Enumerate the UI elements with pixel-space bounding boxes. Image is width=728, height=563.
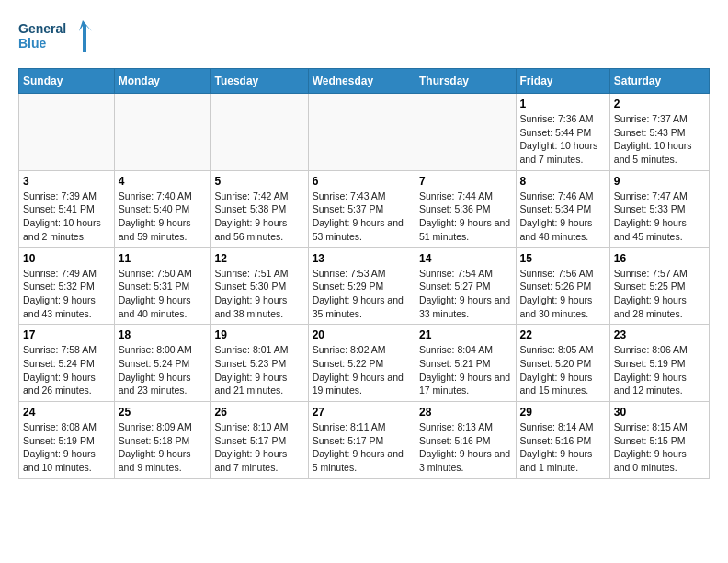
calendar-cell: 22Sunrise: 8:05 AMSunset: 5:20 PMDayligh…: [516, 325, 609, 402]
day-number: 21: [419, 328, 512, 341]
day-info: Sunrise: 8:01 AMSunset: 5:23 PMDaylight:…: [215, 343, 304, 397]
day-info: Sunrise: 7:46 AMSunset: 5:34 PMDaylight:…: [520, 190, 606, 244]
day-info: Sunrise: 8:15 AMSunset: 5:15 PMDaylight:…: [614, 420, 705, 475]
calendar-cell: 19Sunrise: 8:01 AMSunset: 5:23 PMDayligh…: [210, 325, 308, 402]
calendar-cell: 30Sunrise: 8:15 AMSunset: 5:15 PMDayligh…: [609, 402, 709, 479]
logo-svg: General Blue: [18, 18, 92, 57]
calendar-cell: 20Sunrise: 8:02 AMSunset: 5:22 PMDayligh…: [308, 325, 415, 402]
day-number: 27: [313, 406, 411, 419]
calendar-cell: 16Sunrise: 7:57 AMSunset: 5:25 PMDayligh…: [609, 247, 709, 325]
day-number: 9: [614, 175, 705, 188]
day-header-tuesday: Tuesday: [210, 69, 308, 94]
calendar-cell: 7Sunrise: 7:44 AMSunset: 5:36 PMDaylight…: [415, 170, 516, 247]
day-number: 14: [419, 252, 512, 265]
calendar-cell: 2Sunrise: 7:37 AMSunset: 5:43 PMDaylight…: [609, 94, 709, 171]
day-number: 26: [215, 406, 304, 419]
calendar-cell: [19, 94, 115, 171]
calendar-cell: 29Sunrise: 8:14 AMSunset: 5:16 PMDayligh…: [516, 402, 609, 479]
day-info: Sunrise: 7:36 AMSunset: 5:44 PMDaylight:…: [520, 112, 606, 167]
calendar-cell: [308, 94, 415, 171]
day-info: Sunrise: 8:14 AMSunset: 5:16 PMDaylight:…: [520, 420, 606, 475]
day-number: 8: [520, 175, 606, 188]
day-info: Sunrise: 7:53 AMSunset: 5:29 PMDaylight:…: [313, 267, 411, 321]
day-number: 10: [23, 252, 110, 265]
calendar-cell: 27Sunrise: 8:11 AMSunset: 5:17 PMDayligh…: [308, 402, 415, 479]
calendar-cell: 9Sunrise: 7:47 AMSunset: 5:33 PMDaylight…: [609, 170, 709, 247]
day-number: 12: [215, 252, 304, 265]
day-info: Sunrise: 7:43 AMSunset: 5:37 PMDaylight:…: [313, 190, 411, 244]
logo: General Blue: [18, 18, 92, 57]
day-number: 20: [313, 328, 411, 341]
day-number: 1: [520, 98, 606, 110]
day-header-wednesday: Wednesday: [308, 69, 415, 94]
day-number: 6: [313, 175, 411, 188]
day-number: 3: [23, 175, 110, 188]
day-info: Sunrise: 8:05 AMSunset: 5:20 PMDaylight:…: [520, 343, 606, 397]
calendar-cell: 5Sunrise: 7:42 AMSunset: 5:38 PMDaylight…: [210, 170, 308, 247]
calendar-cell: [415, 94, 516, 171]
day-info: Sunrise: 7:54 AMSunset: 5:27 PMDaylight:…: [419, 267, 512, 321]
day-number: 19: [215, 328, 304, 341]
svg-text:Blue: Blue: [18, 36, 47, 51]
day-number: 11: [119, 252, 207, 265]
day-info: Sunrise: 8:13 AMSunset: 5:16 PMDaylight:…: [419, 420, 512, 475]
day-info: Sunrise: 7:57 AMSunset: 5:25 PMDaylight:…: [614, 267, 705, 321]
day-header-friday: Friday: [516, 69, 609, 94]
calendar-cell: 14Sunrise: 7:54 AMSunset: 5:27 PMDayligh…: [415, 247, 516, 325]
calendar-cell: 10Sunrise: 7:49 AMSunset: 5:32 PMDayligh…: [19, 247, 115, 325]
calendar-cell: 8Sunrise: 7:46 AMSunset: 5:34 PMDaylight…: [516, 170, 609, 247]
day-number: 17: [23, 328, 110, 341]
calendar-cell: [114, 94, 210, 171]
day-number: 22: [520, 328, 606, 341]
day-info: Sunrise: 7:50 AMSunset: 5:31 PMDaylight:…: [119, 267, 207, 321]
day-info: Sunrise: 8:06 AMSunset: 5:19 PMDaylight:…: [614, 343, 705, 397]
day-info: Sunrise: 8:11 AMSunset: 5:17 PMDaylight:…: [313, 420, 411, 475]
day-info: Sunrise: 7:44 AMSunset: 5:36 PMDaylight:…: [419, 190, 512, 244]
day-header-thursday: Thursday: [415, 69, 516, 94]
day-header-sunday: Sunday: [19, 69, 115, 94]
day-info: Sunrise: 8:04 AMSunset: 5:21 PMDaylight:…: [419, 343, 512, 397]
svg-marker-2: [79, 20, 92, 52]
day-number: 28: [419, 406, 512, 419]
calendar-cell: 1Sunrise: 7:36 AMSunset: 5:44 PMDaylight…: [516, 94, 609, 171]
day-info: Sunrise: 7:42 AMSunset: 5:38 PMDaylight:…: [215, 190, 304, 244]
calendar-cell: 4Sunrise: 7:40 AMSunset: 5:40 PMDaylight…: [114, 170, 210, 247]
day-number: 18: [119, 328, 207, 341]
day-number: 2: [614, 98, 705, 110]
calendar-cell: 25Sunrise: 8:09 AMSunset: 5:18 PMDayligh…: [114, 402, 210, 479]
day-info: Sunrise: 8:02 AMSunset: 5:22 PMDaylight:…: [313, 343, 411, 397]
calendar-cell: 6Sunrise: 7:43 AMSunset: 5:37 PMDaylight…: [308, 170, 415, 247]
day-info: Sunrise: 7:40 AMSunset: 5:40 PMDaylight:…: [119, 190, 207, 244]
day-info: Sunrise: 8:10 AMSunset: 5:17 PMDaylight:…: [215, 420, 304, 475]
day-info: Sunrise: 8:09 AMSunset: 5:18 PMDaylight:…: [119, 420, 207, 475]
day-number: 25: [119, 406, 207, 419]
day-number: 7: [419, 175, 512, 188]
day-info: Sunrise: 7:49 AMSunset: 5:32 PMDaylight:…: [23, 267, 110, 321]
calendar-cell: 13Sunrise: 7:53 AMSunset: 5:29 PMDayligh…: [308, 247, 415, 325]
day-number: 30: [614, 406, 705, 419]
day-info: Sunrise: 7:51 AMSunset: 5:30 PMDaylight:…: [215, 267, 304, 321]
calendar-cell: 11Sunrise: 7:50 AMSunset: 5:31 PMDayligh…: [114, 247, 210, 325]
day-number: 13: [313, 252, 411, 265]
calendar-cell: 18Sunrise: 8:00 AMSunset: 5:24 PMDayligh…: [114, 325, 210, 402]
day-number: 23: [614, 328, 705, 341]
day-info: Sunrise: 7:37 AMSunset: 5:43 PMDaylight:…: [614, 112, 705, 167]
calendar-cell: 23Sunrise: 8:06 AMSunset: 5:19 PMDayligh…: [609, 325, 709, 402]
calendar-cell: 15Sunrise: 7:56 AMSunset: 5:26 PMDayligh…: [516, 247, 609, 325]
calendar-cell: 12Sunrise: 7:51 AMSunset: 5:30 PMDayligh…: [210, 247, 308, 325]
calendar-cell: 3Sunrise: 7:39 AMSunset: 5:41 PMDaylight…: [19, 170, 115, 247]
calendar-cell: 28Sunrise: 8:13 AMSunset: 5:16 PMDayligh…: [415, 402, 516, 479]
day-info: Sunrise: 7:58 AMSunset: 5:24 PMDaylight:…: [23, 343, 110, 397]
svg-text:General: General: [18, 21, 66, 36]
day-info: Sunrise: 7:56 AMSunset: 5:26 PMDaylight:…: [520, 267, 606, 321]
calendar-cell: 24Sunrise: 8:08 AMSunset: 5:19 PMDayligh…: [19, 402, 115, 479]
day-info: Sunrise: 8:08 AMSunset: 5:19 PMDaylight:…: [23, 420, 110, 475]
day-number: 24: [23, 406, 110, 419]
calendar-cell: 26Sunrise: 8:10 AMSunset: 5:17 PMDayligh…: [210, 402, 308, 479]
calendar-cell: 17Sunrise: 7:58 AMSunset: 5:24 PMDayligh…: [19, 325, 115, 402]
day-number: 29: [520, 406, 606, 419]
day-number: 5: [215, 175, 304, 188]
calendar-cell: 21Sunrise: 8:04 AMSunset: 5:21 PMDayligh…: [415, 325, 516, 402]
calendar-cell: [210, 94, 308, 171]
calendar-table: SundayMondayTuesdayWednesdayThursdayFrid…: [18, 68, 710, 479]
